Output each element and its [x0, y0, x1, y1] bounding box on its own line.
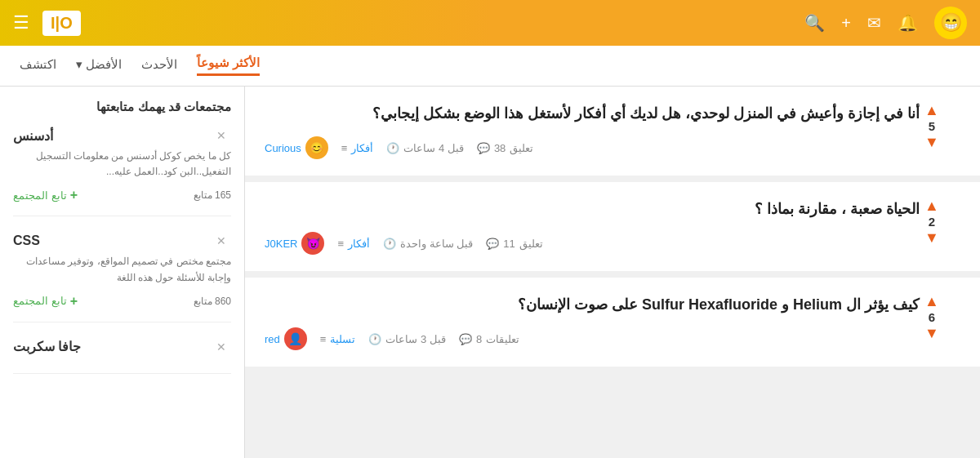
community-header-js: ✕ جافا سكربت	[13, 339, 231, 355]
author-link-3[interactable]: red	[265, 333, 280, 345]
author-avatar-3: 👤	[284, 327, 307, 350]
comments-meta-3: 💬 8 تعليقات	[459, 333, 519, 345]
community-header: ✕ أدسنس	[13, 127, 231, 144]
message-icon[interactable]: ✉	[867, 13, 881, 33]
followers-count-css: 860 متابع	[194, 296, 231, 307]
tab-best[interactable]: الأفضل ▾	[76, 57, 122, 75]
time-meta-3: 🕐 قبل 3 ساعات	[368, 333, 445, 345]
time-meta-1: 🕐 قبل 4 ساعات	[386, 142, 463, 154]
post-title-1[interactable]: أنا في إجازة وأعيش في المنزل لوحدي، هل ل…	[265, 103, 920, 125]
tab-discover[interactable]: اكتشف	[20, 57, 56, 75]
author-meta-3: red 👤	[265, 327, 307, 350]
category-link-1[interactable]: أفكار	[351, 142, 373, 154]
category-meta-1: ≡ أفكار	[341, 142, 374, 154]
plus-icon: +	[70, 188, 78, 202]
post-title-3[interactable]: كيف يؤثر ال Helium و Sulfur Hexafluoride…	[265, 294, 920, 316]
author-avatar-2: 😈	[301, 232, 324, 255]
follow-button-css[interactable]: + تابع المجتمع	[13, 294, 78, 309]
post-body-3: كيف يؤثر ال Helium و Sulfur Hexafluoride…	[265, 294, 920, 350]
vote-column-2: ▲ 2 ▼	[920, 198, 944, 245]
vote-up-3[interactable]: ▲	[924, 294, 939, 309]
close-button-css[interactable]: ✕	[212, 233, 231, 249]
vote-column-3: ▲ 6 ▼	[920, 294, 944, 340]
community-footer-css: 860 متابع + تابع المجتمع	[13, 294, 231, 309]
comment-icon-2: 💬	[486, 238, 499, 250]
community-desc-adsense: كل ما يخص كوكل أدسنس من معلومات التسجيل …	[13, 149, 231, 180]
author-meta-2: J0KER 😈	[265, 232, 324, 255]
add-icon[interactable]: +	[841, 14, 851, 33]
community-card-javascript: ✕ جافا سكربت	[13, 339, 231, 374]
category-link-3[interactable]: تسلية	[330, 333, 355, 345]
clock-icon-3: 🕐	[368, 333, 381, 345]
community-name-adsense: أدسنس	[13, 128, 53, 144]
vote-up-2[interactable]: ▲	[924, 198, 939, 213]
io-brand-logo: I|O	[42, 11, 81, 36]
notification-icon[interactable]: 🔔	[898, 13, 918, 33]
community-desc-css: مجتمع مختص في تصميم المواقع، وتوفير مساع…	[13, 254, 231, 285]
filter-bar: الأكثر شيوعاً الأحدث الأفضل ▾ اكتشف	[0, 46, 980, 87]
nav-left: 😁 🔔 ✉ + 🔍	[804, 7, 967, 39]
vote-down-2[interactable]: ▼	[924, 230, 939, 245]
community-name-js: جافا سكربت	[13, 339, 81, 354]
tab-most-popular[interactable]: الأكثر شيوعاً	[197, 56, 260, 76]
search-icon[interactable]: 🔍	[804, 13, 825, 33]
plus-icon-css: +	[70, 294, 78, 309]
vote-down-1[interactable]: ▼	[924, 135, 939, 149]
post-body-1: أنا في إجازة وأعيش في المنزل لوحدي، هل ل…	[265, 103, 920, 159]
category-icon-3: ≡	[320, 333, 327, 345]
community-name-css: CSS	[13, 233, 40, 248]
main-layout: مجتمعات قد يهمك متابعتها ✕ أدسنس كل ما ي…	[0, 87, 980, 458]
author-link-2[interactable]: J0KER	[265, 238, 297, 250]
post-meta-3: 💬 8 تعليقات 🕐 قبل 3 ساعات ≡ تسلية red	[265, 327, 920, 350]
post-card-1: ▲ 5 ▼ أنا في إجازة وأعيش في المنزل لوحدي…	[245, 87, 980, 176]
close-button-js[interactable]: ✕	[212, 339, 231, 355]
vote-column-1: ▲ 5 ▼	[920, 103, 944, 149]
follow-button-adsense[interactable]: + تابع المجتمع	[13, 188, 78, 202]
comments-meta-1: 💬 38 تعليق	[477, 142, 533, 154]
sidebar-title: مجتمعات قد يهمك متابعتها	[13, 100, 231, 114]
sidebar: مجتمعات قد يهمك متابعتها ✕ أدسنس كل ما ي…	[0, 87, 245, 458]
time-meta-2: 🕐 قبل ساعة واحدة	[383, 238, 473, 250]
tab-latest[interactable]: الأحدث	[141, 57, 177, 75]
clock-icon-2: 🕐	[383, 238, 396, 250]
category-icon-2: ≡	[337, 238, 344, 250]
post-meta-2: 💬 11 تعليق 🕐 قبل ساعة واحدة ≡ أفكار J0KE…	[265, 232, 920, 255]
community-footer-adsense: 165 متابع + تابع المجتمع	[13, 188, 231, 202]
author-avatar-1: 😊	[305, 136, 328, 159]
logo-emoji: 😁	[940, 12, 962, 33]
comments-meta-2: 💬 11 تعليق	[486, 238, 542, 250]
category-meta-2: ≡ أفكار	[337, 238, 370, 250]
category-icon-1: ≡	[341, 142, 348, 154]
top-nav: 😁 🔔 ✉ + 🔍 I|O ☰	[0, 0, 980, 46]
vote-count-1: 5	[929, 119, 935, 133]
comment-icon-1: 💬	[477, 142, 490, 154]
vote-count-3: 6	[929, 310, 935, 324]
hamburger-menu[interactable]: ☰	[13, 12, 29, 33]
community-card-adsense: ✕ أدسنس كل ما يخص كوكل أدسنس من معلومات …	[13, 127, 231, 216]
category-link-2[interactable]: أفكار	[348, 238, 370, 250]
post-meta-1: 💬 38 تعليق 🕐 قبل 4 ساعات ≡ أفكار Curious	[265, 136, 920, 159]
clock-icon-1: 🕐	[386, 142, 399, 154]
community-card-css: ✕ CSS مجتمع مختص في تصميم المواقع، وتوفي…	[13, 233, 231, 322]
author-link-1[interactable]: Curious	[265, 142, 301, 154]
logo[interactable]: 😁	[934, 7, 967, 39]
category-meta-3: ≡ تسلية	[320, 333, 356, 345]
nav-right: I|O ☰	[13, 11, 81, 36]
post-card-3: ▲ 6 ▼ كيف يؤثر ال Helium و Sulfur Hexafl…	[245, 278, 980, 367]
post-title-2[interactable]: الحياة صعبة ، مقارنة بماذا ؟	[265, 198, 920, 220]
community-header-css: ✕ CSS	[13, 233, 231, 249]
vote-down-3[interactable]: ▼	[924, 326, 939, 340]
content-area: ▲ 5 ▼ أنا في إجازة وأعيش في المنزل لوحدي…	[245, 87, 980, 458]
comment-icon-3: 💬	[459, 333, 472, 345]
post-body-2: الحياة صعبة ، مقارنة بماذا ؟ 💬 11 تعليق …	[265, 198, 920, 255]
vote-up-1[interactable]: ▲	[924, 103, 939, 118]
close-button-adsense[interactable]: ✕	[212, 127, 231, 144]
author-meta-1: Curious 😊	[265, 136, 328, 159]
post-card-2: ▲ 2 ▼ الحياة صعبة ، مقارنة بماذا ؟ 💬 11 …	[245, 182, 980, 271]
vote-count-2: 2	[929, 215, 935, 229]
followers-count-adsense: 165 متابع	[194, 189, 231, 201]
